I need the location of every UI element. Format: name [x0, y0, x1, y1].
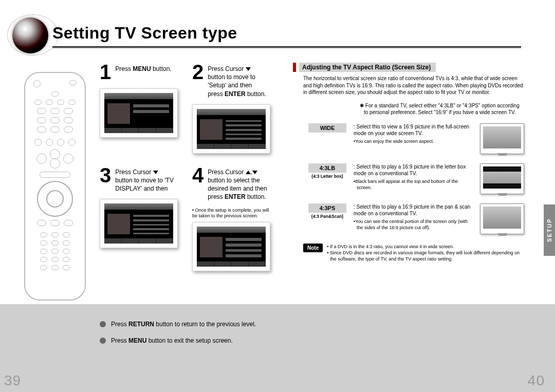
side-tab-setup: SETUP	[544, 204, 555, 256]
option-bullet: •Black bars will appear at the top and b…	[354, 178, 473, 191]
footer-bullet: Press RETURN button to return to the pre…	[100, 321, 305, 328]
tv-illustration-panscan	[480, 203, 524, 234]
option-wide: WIDE : Select this to view a 16:9 pictur…	[308, 123, 524, 154]
page-number-right: 40	[528, 372, 545, 389]
option-label: 4:3LB	[308, 163, 346, 173]
section-accent	[293, 63, 296, 72]
text-bold: ENTER	[225, 90, 246, 98]
osd-screenshot	[100, 88, 178, 138]
osd-screenshot	[192, 222, 270, 271]
tv-illustration-letterbox	[480, 163, 524, 194]
step-text: Press MENU button.	[115, 62, 171, 73]
footer-bullet: Press MENU button to exit the setup scre…	[100, 337, 305, 344]
note-item: • Since DVD discs are recorded in variou…	[327, 250, 524, 262]
footer-text: Press RETURN button to return to the pre…	[111, 321, 256, 328]
text: DISPLAY' and then	[115, 185, 168, 192]
text: Press	[111, 321, 128, 328]
bullet-icon	[100, 338, 106, 344]
text: button.	[151, 65, 172, 72]
section-header: Adjusting the TV Aspect Ratio (Screen Si…	[293, 63, 524, 72]
option-label: 4:3PS	[308, 203, 346, 213]
page-title: Setting TV Screen type	[52, 24, 237, 43]
text-bold: RETURN	[128, 321, 154, 328]
osd-screenshot	[192, 104, 270, 154]
step-4: 4 Press Cursor , button to select the de…	[192, 165, 280, 201]
option-sublabel: (4:3 Pan&Scan)	[308, 214, 346, 219]
osd-screenshot	[100, 199, 178, 248]
manual-page: Setting TV Screen type 1	[0, 0, 555, 392]
footer-bullets: Press RETURN button to return to the pre…	[100, 321, 305, 353]
text: 'Setup' and then	[208, 82, 252, 89]
steps-column: 1 Press MENU button. 2 Press Cursor butt…	[100, 62, 286, 271]
cursor-up-icon	[246, 171, 251, 174]
step-4-note: • Once the setup is complete, you will b…	[192, 208, 269, 219]
text: button to return to the previous level.	[154, 321, 256, 328]
intro-paragraph: The horizontal to vertical screen size r…	[303, 75, 524, 96]
option-43ps: 4:3PS (4:3 Pan&Scan) : Select this to pl…	[308, 203, 524, 234]
text: button to select the	[208, 177, 260, 184]
right-column: Adjusting the TV Aspect Ratio (Screen Si…	[293, 63, 524, 262]
tv-illustration-wide	[480, 123, 524, 154]
note-badge: Note	[303, 244, 323, 252]
text: Press Cursor	[115, 169, 153, 176]
text: button.	[246, 90, 266, 98]
title-rule	[52, 46, 521, 48]
text-bold: MENU	[133, 65, 151, 72]
remote-illustration	[24, 72, 86, 301]
step-number: 2	[192, 62, 203, 82]
option-43lb: 4:3LB (4:3 Letter box) : Select this to …	[308, 163, 524, 194]
step-number: 1	[100, 62, 111, 82]
option-bullet: •You can enjoy the wide screen aspect.	[354, 138, 473, 144]
step-text: Press Cursor button to move to 'TV DISPL…	[115, 165, 174, 193]
step-2: 2 Press Cursor button to move to 'Setup'…	[192, 62, 280, 98]
cursor-down-icon	[153, 171, 158, 174]
option-text: : Select this to view a 16:9 picture in …	[354, 123, 473, 137]
bullet-icon	[100, 321, 106, 327]
text: desired item and then	[208, 185, 267, 192]
step-3: 3 Press Cursor button to move to 'TV DIS…	[100, 165, 187, 193]
option-label: WIDE	[308, 123, 346, 133]
text: Press Cursor	[208, 169, 245, 176]
text: Press Cursor	[208, 65, 245, 72]
option-text: : Select this to play a 16:9 picture in …	[354, 203, 473, 217]
cursor-down-icon	[246, 67, 251, 71]
step-number: 3	[100, 165, 111, 185]
step-text: Press Cursor button to move to 'Setup' a…	[208, 62, 266, 98]
text: button to move to	[208, 73, 255, 81]
cursor-down-icon	[252, 171, 257, 174]
text: Press	[111, 337, 128, 344]
option-sublabel: (4:3 Letter box)	[308, 174, 346, 179]
step-number: 4	[192, 165, 203, 185]
option-text: : Select this to play a 16:9 picture in …	[354, 163, 473, 177]
page-number-left: 39	[4, 372, 21, 389]
text: button to exit the setup screen.	[146, 337, 232, 344]
text-bold: MENU	[128, 337, 146, 344]
step-1: 1 Press MENU button.	[100, 62, 187, 82]
text: button to move to 'TV	[115, 177, 174, 184]
step-text: Press Cursor , button to select the desi…	[208, 165, 267, 201]
text: Press	[115, 65, 133, 72]
option-bullet: •You can see the central portion of the …	[354, 218, 473, 231]
note-box: Note • If a DVD is in the 4:3 ratio, you…	[303, 244, 524, 262]
section-title: Adjusting the TV Aspect Ratio (Screen Si…	[299, 63, 436, 72]
text: button.	[246, 193, 266, 200]
star-note: ✱ For a standard TV, select either "4:3L…	[360, 102, 524, 116]
note-item: • If a DVD is in the 4:3 ratio, you cann…	[327, 244, 524, 250]
text: press	[208, 90, 225, 98]
text-bold: ENTER	[225, 193, 246, 200]
text: press	[208, 193, 225, 200]
footer-text: Press MENU button to exit the setup scre…	[111, 337, 233, 344]
